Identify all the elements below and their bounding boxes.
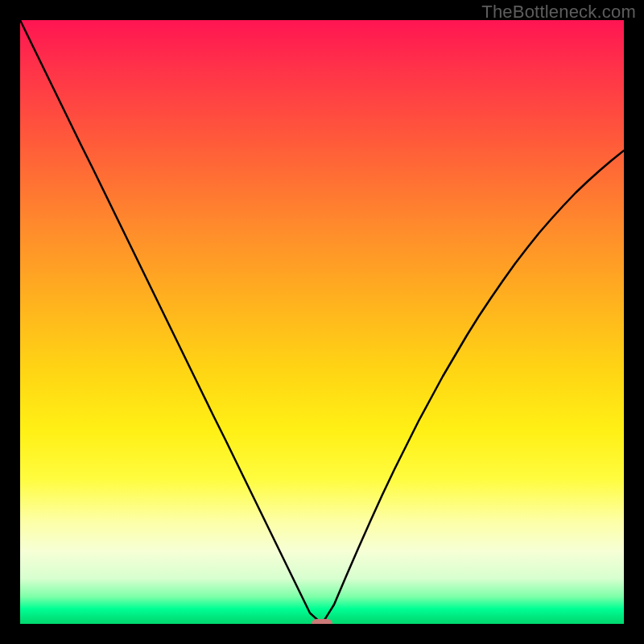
plot-area: [20, 20, 624, 624]
chart-frame: TheBottleneck.com: [0, 0, 644, 644]
minimum-marker: [312, 619, 332, 624]
attribution-label: TheBottleneck.com: [481, 2, 636, 23]
bottleneck-curve: [20, 20, 624, 624]
